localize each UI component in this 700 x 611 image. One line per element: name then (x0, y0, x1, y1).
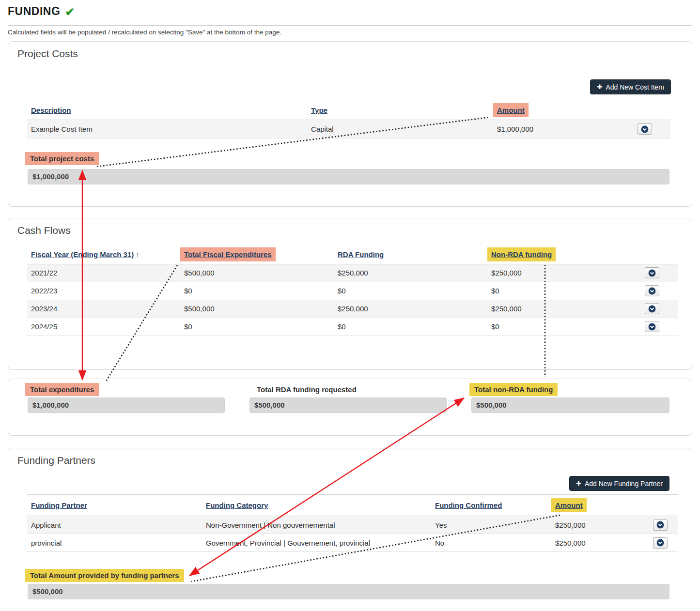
partner-category: Non-Government | Non gouvernemental (202, 516, 431, 534)
partner-name: Applicant (27, 516, 202, 534)
total-amount-funding-partners-field: $500,000 (28, 584, 669, 599)
row-actions-button[interactable] (645, 285, 659, 296)
column-header-partner-amount[interactable]: Amount (555, 501, 583, 509)
partner-amount: $250,000 (551, 516, 640, 534)
chevron-down-circle-icon (648, 269, 656, 277)
partner-confirmed: No (431, 534, 551, 552)
rda-funding: $250,000 (334, 264, 487, 282)
row-actions-button[interactable] (638, 123, 652, 135)
fiscal-expenditures: $500,000 (180, 300, 334, 318)
fiscal-expenditures: $0 (180, 282, 334, 300)
fiscal-year: 2024/25 (27, 318, 180, 336)
total-project-costs-label: Total project costs (25, 152, 99, 165)
cost-item-amount: $1,000,000 (493, 120, 630, 138)
plus-icon: ✚ (576, 480, 581, 487)
funding-partners-table: Funding Partner Funding Category Funding… (27, 494, 678, 552)
funding-partners-panel: Funding Partners ✚ Add New Funding Partn… (8, 448, 692, 611)
rda-funding: $0 (334, 282, 487, 300)
total-amount-funding-partners-label: Total Amount provided by funding partner… (25, 569, 184, 582)
check-icon: ✔ (65, 5, 75, 19)
total-rda-funding-requested-label: Total RDA funding requested (252, 383, 361, 396)
row-actions-button[interactable] (645, 303, 659, 314)
add-new-funding-partner-button[interactable]: ✚ Add New Funding Partner (569, 476, 669, 491)
row-actions-button[interactable] (653, 537, 668, 549)
table-row: Example Cost Item Capital $1,000,000 (27, 120, 670, 138)
project-costs-panel: Project Costs ✚ Add New Cost Item Descri… (8, 41, 692, 207)
page-title: FUNDING (8, 5, 60, 18)
chevron-down-circle-icon (641, 125, 649, 133)
chevron-down-circle-icon (656, 539, 664, 547)
rda-funding: $0 (334, 318, 487, 336)
row-actions-button[interactable] (645, 267, 659, 278)
fiscal-year: 2023/24 (27, 300, 180, 318)
page-subtitle: Calculated fields will be populated / re… (8, 29, 281, 36)
cash-flows-title: Cash Flows (17, 225, 71, 236)
column-header-rda-funding[interactable]: RDA Funding (338, 250, 384, 259)
add-new-funding-partner-label: Add New Funding Partner (585, 480, 663, 488)
table-row: provincial Government, Provincial | Gouv… (27, 534, 678, 552)
column-header-total-fiscal-expenditures[interactable]: Total Fiscal Expenditures (184, 250, 272, 259)
total-expenditures-label: Total expenditures (25, 383, 99, 396)
project-costs-header-row: Description Type Amount (27, 100, 670, 120)
cash-flows-header-row: Fiscal Year (Ending March 31)↑ Total Fis… (27, 245, 678, 264)
column-header-non-rda-funding[interactable]: Non-RDA funding (491, 250, 552, 259)
column-header-type[interactable]: Type (311, 106, 327, 114)
rda-funding: $250,000 (334, 300, 487, 318)
partner-name: provincial (27, 534, 202, 552)
chevron-down-circle-icon (648, 323, 656, 331)
fiscal-expenditures: $500,000 (180, 264, 334, 282)
table-row: 2024/25 $0 $0 $0 (27, 318, 678, 336)
table-row: 2022/23 $0 $0 $0 (27, 282, 678, 300)
non-rda-funding: $0 (487, 282, 625, 300)
project-costs-title: Project Costs (17, 48, 78, 60)
partner-category: Government, Provincial | Gouvernement, p… (202, 534, 431, 552)
column-header-description[interactable]: Description (31, 106, 71, 114)
chevron-down-circle-icon (648, 305, 656, 313)
chevron-down-circle-icon (656, 521, 664, 529)
page-header: FUNDING✔ (8, 5, 692, 26)
cash-flows-table: Fiscal Year (Ending March 31)↑ Total Fis… (27, 245, 678, 336)
cost-item-description: Example Cost Item (27, 120, 307, 138)
cash-flows-panel: Cash Flows Fiscal Year (Ending March 31)… (8, 218, 692, 370)
table-row: Applicant Non-Government | Non gouvernem… (27, 516, 678, 534)
add-new-cost-item-label: Add New Cost Item (606, 83, 664, 91)
sort-up-icon: ↑ (136, 250, 140, 259)
total-rda-funding-requested-field: $500,000 (249, 397, 447, 413)
total-non-rda-funding-field: $500,000 (471, 397, 669, 413)
partner-confirmed: Yes (431, 516, 551, 534)
chevron-down-circle-icon (648, 287, 656, 295)
table-row: 2021/22 $500,000 $250,000 $250,000 (27, 264, 678, 282)
fiscal-expenditures: $0 (180, 318, 334, 336)
row-actions-button[interactable] (653, 519, 668, 531)
column-header-funding-confirmed[interactable]: Funding Confirmed (435, 501, 502, 509)
partner-amount: $250,000 (551, 534, 640, 552)
column-header-funding-category[interactable]: Funding Category (206, 501, 268, 509)
total-project-costs-field: $1,000,000 (28, 169, 669, 184)
total-non-rda-funding-label: Total non-RDA funding (469, 383, 558, 396)
column-header-fiscal-year[interactable]: Fiscal Year (Ending March 31) (31, 250, 134, 259)
add-new-cost-item-button[interactable]: ✚ Add New Cost Item (590, 79, 671, 94)
table-row: 2023/24 $500,000 $250,000 $250,000 (27, 300, 678, 318)
funding-partners-title: Funding Partners (17, 455, 95, 466)
funding-partners-header-row: Funding Partner Funding Category Funding… (27, 495, 678, 516)
cash-flow-totals-panel: Total expenditures $1,000,000 Total RDA … (8, 379, 692, 436)
cost-item-type: Capital (307, 120, 493, 138)
non-rda-funding: $250,000 (487, 264, 625, 282)
column-header-funding-partner[interactable]: Funding Partner (31, 501, 87, 509)
project-costs-table: Description Type Amount Example Cost Ite… (27, 100, 670, 138)
non-rda-funding: $250,000 (487, 300, 625, 318)
fiscal-year: 2021/22 (27, 264, 180, 282)
row-actions-button[interactable] (645, 321, 659, 332)
fiscal-year: 2022/23 (27, 282, 180, 300)
column-header-amount[interactable]: Amount (497, 106, 525, 114)
total-expenditures-field: $1,000,000 (28, 397, 225, 413)
non-rda-funding: $0 (487, 318, 625, 336)
plus-icon: ✚ (597, 84, 602, 90)
